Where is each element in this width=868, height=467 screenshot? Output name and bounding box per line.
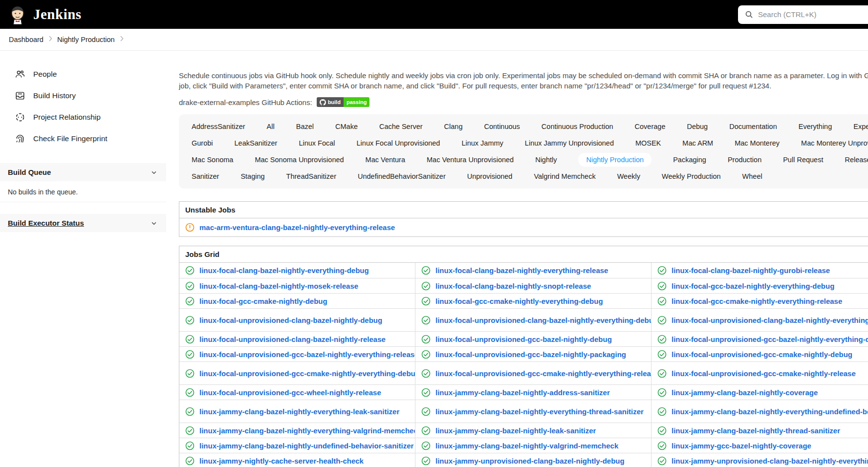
job-link-linux-focal-unprovisioned-clang-bazel-nightly-debug[interactable]: linux-focal-unprovisioned-clang-bazel-ni… <box>199 316 382 324</box>
job-link-linux-jammy-clang-bazel-nightly-everything-thread-sanitizer[interactable]: linux-jammy-clang-bazel-nightly-everythi… <box>435 407 644 416</box>
fingerprint-icon <box>15 133 25 144</box>
view-tab-sanitizer[interactable]: Sanitizer <box>192 170 219 183</box>
view-tab-addresssanitizer[interactable]: AddressSanitizer <box>192 120 245 133</box>
sidebar-item-project-relationship[interactable]: Project Relationship <box>0 106 166 128</box>
view-tab-coverage[interactable]: Coverage <box>635 120 666 133</box>
job-link-linux-focal-unprovisioned-gcc-bazel-nightly-everything-release[interactable]: linux-focal-unprovisioned-gcc-bazel-nigh… <box>199 350 415 359</box>
job-link-linux-jammy-unprovisioned-clang-bazel-nightly-everything-debug[interactable]: linux-jammy-unprovisioned-clang-bazel-ni… <box>672 457 868 465</box>
view-tab-release[interactable]: Release <box>845 153 868 167</box>
view-tab-mac-sonoma[interactable]: Mac Sonoma <box>192 153 233 167</box>
view-tab-mosek[interactable]: MOSEK <box>635 136 661 150</box>
job-link-linux-focal-clang-bazel-nightly-mosek-release[interactable]: linux-focal-clang-bazel-nightly-mosek-re… <box>199 282 358 290</box>
job-link-linux-jammy-clang-bazel-nightly-everything-valgrind-memcheck[interactable]: linux-jammy-clang-bazel-nightly-everythi… <box>199 426 415 435</box>
job-link-linux-focal-gcc-bazel-nightly-everything-debug[interactable]: linux-focal-gcc-bazel-nightly-everything… <box>672 282 834 290</box>
job-link-linux-focal-unprovisioned-gcc-cmake-nightly-everything-release[interactable]: linux-focal-unprovisioned-gcc-cmake-nigh… <box>435 369 651 378</box>
success-icon <box>185 316 195 325</box>
view-tab-mac-arm[interactable]: Mac ARM <box>682 136 713 150</box>
chevron-down-icon[interactable] <box>151 169 157 176</box>
chevron-right-icon[interactable] <box>120 36 124 43</box>
view-tab-all[interactable]: All <box>267 120 275 133</box>
chevron-down-icon[interactable] <box>151 220 157 227</box>
job-link-linux-focal-unprovisioned-gcc-bazel-nightly-everything-debug[interactable]: linux-focal-unprovisioned-gcc-bazel-nigh… <box>672 335 868 343</box>
view-tab-wheel[interactable]: Wheel <box>742 170 762 183</box>
view-tab-continuous[interactable]: Continuous <box>484 120 520 133</box>
view-tab-valgrind-memcheck[interactable]: Valgrind Memcheck <box>534 170 595 183</box>
search-input[interactable] <box>758 10 868 19</box>
job-link-linux-focal-gcc-cmake-nightly-everything-debug[interactable]: linux-focal-gcc-cmake-nightly-everything… <box>435 297 603 305</box>
view-tab-nightly-production[interactable]: Nightly Production <box>578 153 651 167</box>
job-link-linux-focal-gcc-cmake-nightly-everything-release[interactable]: linux-focal-gcc-cmake-nightly-everything… <box>672 297 842 305</box>
job-link-linux-jammy-clang-bazel-nightly-valgrind-memcheck[interactable]: linux-jammy-clang-bazel-nightly-valgrind… <box>435 442 618 450</box>
view-tab-unprovisioned[interactable]: Unprovisioned <box>467 170 513 183</box>
view-tab-linux-focal[interactable]: Linux Focal <box>299 136 335 150</box>
view-tab-linux-jammy-unprovisioned[interactable]: Linux Jammy Unprovisioned <box>525 136 614 150</box>
job-link-linux-focal-unprovisioned-gcc-cmake-nightly-debug[interactable]: linux-focal-unprovisioned-gcc-cmake-nigh… <box>672 350 852 359</box>
job-link-linux-focal-clang-bazel-nightly-snopt-release[interactable]: linux-focal-clang-bazel-nightly-snopt-re… <box>435 282 591 290</box>
breadcrumb-nightly-production[interactable]: Nightly Production <box>57 36 115 43</box>
job-link-linux-jammy-clang-bazel-nightly-thread-sanitizer[interactable]: linux-jammy-clang-bazel-nightly-thread-s… <box>672 426 840 435</box>
brand-title[interactable]: Jenkins <box>33 6 82 22</box>
job-link-linux-jammy-clang-bazel-nightly-undefined-behavior-sanitizer[interactable]: linux-jammy-clang-bazel-nightly-undefine… <box>199 442 413 450</box>
view-tab-cmake[interactable]: CMake <box>335 120 358 133</box>
view-tab-documentation[interactable]: Documentation <box>729 120 777 133</box>
view-tab-linux-jammy[interactable]: Linux Jammy <box>461 136 503 150</box>
view-tab-linux-focal-unprovisioned[interactable]: Linux Focal Unprovisioned <box>357 136 440 150</box>
job-link-linux-focal-unprovisioned-clang-bazel-nightly-everything-release[interactable]: linux-focal-unprovisioned-clang-bazel-ni… <box>672 316 868 324</box>
job-link-linux-jammy-nightly-cache-server-health-check[interactable]: linux-jammy-nightly-cache-server-health-… <box>199 457 364 465</box>
sidebar-item-build-history[interactable]: Build History <box>0 85 166 106</box>
view-tab-leaksanitizer[interactable]: LeakSanitizer <box>235 136 278 150</box>
job-link-linux-focal-unprovisioned-gcc-cmake-nightly-everything-debug[interactable]: linux-focal-unprovisioned-gcc-cmake-nigh… <box>199 369 415 378</box>
job-link-linux-focal-clang-bazel-nightly-everything-release[interactable]: linux-focal-clang-bazel-nightly-everythi… <box>435 266 608 275</box>
view-tab-weekly[interactable]: Weekly <box>617 170 640 183</box>
view-tab-mac-monterey-unprovisioned[interactable]: Mac Monterey Unprovisioned <box>801 136 868 150</box>
view-tab-bazel[interactable]: Bazel <box>296 120 314 133</box>
job-link-linux-focal-unprovisioned-gcc-wheel-nightly-release[interactable]: linux-focal-unprovisioned-gcc-wheel-nigh… <box>199 388 381 397</box>
job-link-linux-focal-unprovisioned-gcc-bazel-nightly-packaging[interactable]: linux-focal-unprovisioned-gcc-bazel-nigh… <box>435 350 626 359</box>
job-link-linux-focal-unprovisioned-gcc-cmake-nightly-release[interactable]: linux-focal-unprovisioned-gcc-cmake-nigh… <box>672 369 856 378</box>
job-link-linux-jammy-unprovisioned-clang-bazel-nightly-debug[interactable]: linux-jammy-unprovisioned-clang-bazel-ni… <box>435 457 625 465</box>
job-link-linux-focal-unprovisioned-gcc-bazel-nightly-debug[interactable]: linux-focal-unprovisioned-gcc-bazel-nigh… <box>435 335 612 343</box>
view-tab-undefinedbehaviorsanitizer[interactable]: UndefinedBehaviorSanitizer <box>358 170 446 183</box>
job-link-linux-focal-clang-bazel-nightly-everything-debug[interactable]: linux-focal-clang-bazel-nightly-everythi… <box>199 266 369 275</box>
view-tab-mac-ventura[interactable]: Mac Ventura <box>366 153 405 167</box>
view-tab-clang[interactable]: Clang <box>444 120 463 133</box>
view-tab-gurobi[interactable]: Gurobi <box>192 136 213 150</box>
job-link-linux-focal-unprovisioned-clang-bazel-nightly-everything-debug[interactable]: linux-focal-unprovisioned-clang-bazel-ni… <box>435 316 651 324</box>
job-link-linux-focal-clang-bazel-nightly-gurobi-release[interactable]: linux-focal-clang-bazel-nightly-gurobi-r… <box>672 266 830 275</box>
sidebar-item-people[interactable]: People <box>0 64 166 85</box>
job-link-linux-focal-unprovisioned-clang-bazel-nightly-release[interactable]: linux-focal-unprovisioned-clang-bazel-ni… <box>199 335 386 343</box>
search-box[interactable] <box>738 5 868 24</box>
job-link-linux-jammy-clang-bazel-nightly-everything-undefined-behavior-sanitizer[interactable]: linux-jammy-clang-bazel-nightly-everythi… <box>672 407 868 416</box>
job-link-linux-focal-gcc-cmake-nightly-debug[interactable]: linux-focal-gcc-cmake-nightly-debug <box>199 297 327 305</box>
view-tab-continuous-production[interactable]: Continuous Production <box>542 120 613 133</box>
view-tab-cache-server[interactable]: Cache Server <box>379 120 423 133</box>
view-tab-mac-monterey[interactable]: Mac Monterey <box>735 136 780 150</box>
job-link-linux-jammy-clang-bazel-nightly-coverage[interactable]: linux-jammy-clang-bazel-nightly-coverage <box>672 388 818 397</box>
sidebar-item-check-file-fingerprint[interactable]: Check File Fingerprint <box>0 128 166 149</box>
job-link-linux-jammy-clang-bazel-nightly-address-sanitizer[interactable]: linux-jammy-clang-bazel-nightly-address-… <box>435 388 610 397</box>
view-tab-pull-request[interactable]: Pull Request <box>783 153 823 167</box>
view-tab-weekly-production[interactable]: Weekly Production <box>662 170 721 183</box>
jenkins-butler-logo-icon[interactable] <box>8 5 27 24</box>
view-tab-debug[interactable]: Debug <box>687 120 708 133</box>
jobs-grid-row: linux-focal-gcc-cmake-nightly-debuglinux… <box>179 293 868 308</box>
job-link-mac-arm-ventura-clang-bazel-nightly-everything-release[interactable]: mac-arm-ventura-clang-bazel-nightly-ever… <box>199 223 395 232</box>
view-tab-threadsanitizer[interactable]: ThreadSanitizer <box>286 170 336 183</box>
job-cell: linux-focal-unprovisioned-gcc-cmake-nigh… <box>651 347 868 361</box>
job-link-linux-jammy-clang-bazel-nightly-everything-leak-sanitizer[interactable]: linux-jammy-clang-bazel-nightly-everythi… <box>199 407 399 416</box>
sidebar-item-label: Project Relationship <box>33 113 101 122</box>
view-tab-production[interactable]: Production <box>728 153 761 167</box>
view-tab-mac-sonoma-unprovisioned[interactable]: Mac Sonoma Unprovisioned <box>255 153 344 167</box>
build-passing-badge[interactable]: build passing <box>317 97 370 107</box>
build-executor-status-header[interactable]: Build Executor Status <box>0 214 166 232</box>
breadcrumb-dashboard[interactable]: Dashboard <box>9 36 43 43</box>
job-link-linux-jammy-clang-bazel-nightly-leak-sanitizer[interactable]: linux-jammy-clang-bazel-nightly-leak-san… <box>435 426 596 435</box>
view-tab-experimental[interactable]: Experimental <box>853 120 868 133</box>
build-queue-header[interactable]: Build Queue <box>0 163 166 181</box>
view-tab-staging[interactable]: Staging <box>240 170 264 183</box>
view-tab-packaging[interactable]: Packaging <box>673 153 706 167</box>
view-tab-mac-ventura-unprovisioned[interactable]: Mac Ventura Unprovisioned <box>427 153 514 167</box>
job-link-linux-jammy-gcc-bazel-nightly-coverage[interactable]: linux-jammy-gcc-bazel-nightly-coverage <box>672 442 811 450</box>
view-tab-nightly[interactable]: Nightly <box>535 153 557 167</box>
view-tab-everything[interactable]: Everything <box>799 120 832 133</box>
